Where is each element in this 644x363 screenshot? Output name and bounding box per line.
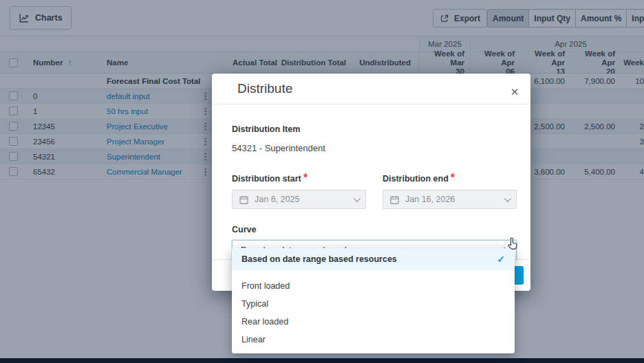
required-marker: * — [303, 172, 308, 184]
dialog-title: Distribute — [237, 81, 292, 96]
required-marker: * — [451, 172, 455, 184]
dropdown-options-group: Front loaded Typical Rear loaded Linear — [232, 277, 515, 349]
curve-dropdown-list: Based on date range based resources ✓ Fr… — [232, 248, 515, 353]
chevron-down-icon — [504, 195, 511, 202]
dropdown-option[interactable]: Rear loaded — [232, 313, 515, 331]
close-icon[interactable]: ✕ — [504, 82, 525, 102]
distribution-item-value: 54321 - Superintendent — [232, 143, 517, 153]
check-icon: ✓ — [497, 254, 505, 265]
dropdown-option[interactable]: Linear — [232, 331, 515, 349]
distribution-start-value: Jan 6, 2025 — [255, 195, 299, 204]
app-window: Charts Export Amount Input Qty Amount % — [0, 0, 644, 363]
dialog-body: Distribution Item 54321 - Superintendent… — [212, 124, 530, 260]
dropdown-option-selected[interactable]: Based on date range based resources ✓ — [232, 248, 515, 270]
distribution-end-field: Distribution end* Jan 16, 2026 — [383, 172, 517, 209]
dropdown-option[interactable]: Front loaded — [232, 277, 515, 295]
distribution-end-input: Jan 16, 2026 — [383, 190, 517, 209]
distribution-start-field: Distribution start* Jan 6, 2025 — [232, 172, 366, 209]
dropdown-option[interactable]: Typical — [232, 295, 515, 313]
distribution-start-label: Distribution start — [232, 174, 301, 184]
distribution-end-value: Jan 16, 2026 — [405, 195, 455, 204]
calendar-icon — [239, 195, 248, 204]
calendar-icon — [390, 195, 399, 204]
distribution-end-label: Distribution end — [383, 174, 449, 184]
date-fields-row: Distribution start* Jan 6, 2025 — [232, 172, 517, 209]
distribution-item-label: Distribution Item — [232, 124, 517, 134]
distribution-start-input: Jan 6, 2025 — [232, 190, 366, 209]
curve-label: Curve — [232, 225, 517, 234]
dialog-header: Distribute — [212, 74, 530, 104]
chevron-down-icon — [354, 195, 361, 202]
